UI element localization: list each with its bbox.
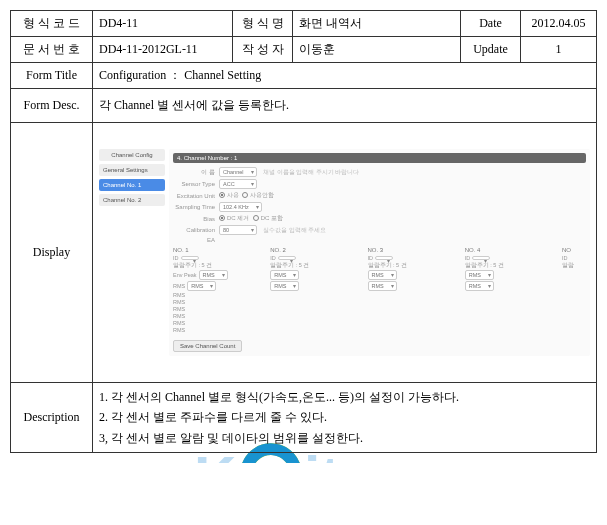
grid-id-label: ID — [368, 255, 374, 261]
hdr-docno-label: 문 서 번 호 — [11, 37, 93, 63]
calibration-label: Calibration — [173, 227, 219, 233]
hdr-update-label: Update — [461, 37, 521, 63]
row-rms: RMS — [173, 283, 185, 289]
excitation-label: Excitation Unit — [173, 193, 219, 199]
hdr-docno-value: DD4-11-2012GL-11 — [93, 37, 233, 63]
calibration-note: 실수값을 입력해 주세요 — [263, 227, 326, 233]
sidebar-header: Channel Config — [99, 149, 165, 161]
row-rms: RMS — [173, 292, 185, 298]
row-select[interactable]: RMS — [368, 270, 397, 280]
hdr-update-value: 1 — [521, 37, 597, 63]
field-ea: EA — [173, 237, 586, 243]
hdr-date-value: 2012.04.05 — [521, 11, 597, 37]
form-title-label: Form Title — [11, 63, 93, 89]
row-select[interactable]: RMS — [270, 281, 299, 291]
bias-radio-include[interactable] — [253, 215, 259, 221]
sampling-label: Sampling Time — [173, 204, 219, 210]
sensor-type-label: Sensor Type — [173, 181, 219, 187]
grid-col-4-header: NO. 4 — [465, 247, 558, 253]
row-select[interactable]: RMS — [465, 281, 494, 291]
hdr-author-label: 작 성 자 — [233, 37, 293, 63]
hdr-date-label: Date — [461, 11, 521, 37]
grid-col-3-header: NO. 3 — [368, 247, 461, 253]
excitation-radio-use[interactable] — [219, 192, 225, 198]
grid-interval-5: 알람 — [562, 262, 574, 269]
field-bias: Bias DC 제거 DC 포함 — [173, 214, 586, 223]
field-calibration: Calibration 80실수값을 입력해 주세요 — [173, 225, 586, 235]
save-button[interactable]: Save Channel Count — [173, 340, 242, 352]
excitation-radio-nouse[interactable] — [242, 192, 248, 198]
channel-grid: NO. 1 ID 알람주기 : 5 건 Env Peak RMS RMS RMS… — [173, 247, 586, 334]
hdr-code-value: DD4-11 — [93, 11, 233, 37]
bias-label: Bias — [173, 216, 219, 222]
grid-col-5: NO ID 알람 — [562, 247, 586, 334]
grid-col-1-header: NO. 1 — [173, 247, 266, 253]
excitation-opt2: 사용안함 — [250, 192, 274, 198]
panel-header: 4. Channel Number : 1 — [173, 153, 586, 163]
name-note: 채널 이름을 입력해 주시기 바랍니다 — [263, 169, 359, 175]
row-rms: RMS — [173, 306, 185, 312]
row-rms: RMS — [173, 320, 185, 326]
grid-col-2: NO. 2 ID 알람주기 : 5 건 RMS RMS — [270, 247, 363, 334]
app-screenshot: Channel Config General Settings Channel … — [99, 149, 590, 356]
sidebar-item-general[interactable]: General Settings — [99, 164, 165, 176]
field-name-label: 이 름 — [173, 168, 219, 177]
field-sampling: Sampling Time 102.4 KHz — [173, 202, 586, 212]
row-rms: RMS — [173, 327, 185, 333]
grid-id-label: ID — [270, 255, 276, 261]
field-excitation: Excitation Unit 사용 사용안함 — [173, 191, 586, 200]
field-sensor-type: Sensor Type ACC — [173, 179, 586, 189]
bias-opt1: DC 제거 — [227, 215, 249, 221]
hdr-author-value: 이동훈 — [293, 37, 461, 63]
row-select[interactable]: RMS — [270, 270, 299, 280]
hdr-name-value: 화면 내역서 — [293, 11, 461, 37]
ea-label: EA — [173, 237, 219, 243]
field-name: 이 름 Channel채널 이름을 입력해 주시기 바랍니다 — [173, 167, 586, 177]
sidebar: Channel Config General Settings Channel … — [99, 149, 165, 356]
form-table: 형 식 코 드 DD4-11 형 식 명 화면 내역서 Date 2012.04… — [10, 10, 597, 453]
description-line-3: 3, 각 센서 별로 알람 및 데이타의 범위를 설정한다. — [99, 428, 590, 448]
grid-id-label: ID — [465, 255, 471, 261]
row-select[interactable]: RMS — [187, 281, 216, 291]
display-cell: Channel Config General Settings Channel … — [93, 123, 597, 383]
grid-col-5-header: NO — [562, 247, 586, 253]
row-envpeak: Env Peak — [173, 272, 197, 278]
name-input[interactable]: Channel — [219, 167, 257, 177]
grid-col-2-header: NO. 2 — [270, 247, 363, 253]
calibration-input[interactable]: 80 — [219, 225, 257, 235]
description-line-1: 1. 각 센서의 Channel 별로 형식(가속도,온도... 등)의 설정이… — [99, 387, 590, 407]
row-rms: RMS — [173, 313, 185, 319]
grid-id-input[interactable] — [375, 256, 393, 260]
grid-col-3: NO. 3 ID 알람주기 : 5 건 RMS RMS — [368, 247, 461, 334]
grid-id-input[interactable] — [181, 256, 199, 260]
description-line-2: 2. 각 센서 별로 주파수를 다르게 줄 수 있다. — [99, 407, 590, 427]
sensor-type-select[interactable]: ACC — [219, 179, 257, 189]
row-select[interactable]: RMS — [199, 270, 228, 280]
row-rms: RMS — [173, 299, 185, 305]
display-label: Display — [11, 123, 93, 383]
form-title-value: Configuration ： Channel Setting — [93, 63, 597, 89]
grid-col-4: NO. 4 ID 알람주기 : 5 건 RMS RMS — [465, 247, 558, 334]
hdr-code-label: 형 식 코 드 — [11, 11, 93, 37]
form-desc-value: 각 Channel 별 센서에 값을 등록한다. — [93, 89, 597, 123]
row-select[interactable]: RMS — [368, 281, 397, 291]
grid-id-label: ID — [562, 255, 568, 261]
grid-id-input[interactable] — [278, 256, 296, 260]
description-cell: 1. 각 센서의 Channel 별로 형식(가속도,온도... 등)의 설정이… — [93, 383, 597, 453]
description-label: Description — [11, 383, 93, 453]
grid-id-input[interactable] — [472, 256, 490, 260]
panel: 4. Channel Number : 1 이 름 Channel채널 이름을 … — [169, 149, 590, 356]
sampling-select[interactable]: 102.4 KHz — [219, 202, 262, 212]
sidebar-item-channel2[interactable]: Channel No. 2 — [99, 194, 165, 206]
sidebar-item-channel1[interactable]: Channel No. 1 — [99, 179, 165, 191]
bias-opt2: DC 포함 — [261, 215, 283, 221]
bias-radio-remove[interactable] — [219, 215, 225, 221]
excitation-opt1: 사용 — [227, 192, 239, 198]
hdr-name-label: 형 식 명 — [233, 11, 293, 37]
row-select[interactable]: RMS — [465, 270, 494, 280]
grid-col-1: NO. 1 ID 알람주기 : 5 건 Env Peak RMS RMS RMS… — [173, 247, 266, 334]
form-desc-label: Form Desc. — [11, 89, 93, 123]
grid-id-label: ID — [173, 255, 179, 261]
